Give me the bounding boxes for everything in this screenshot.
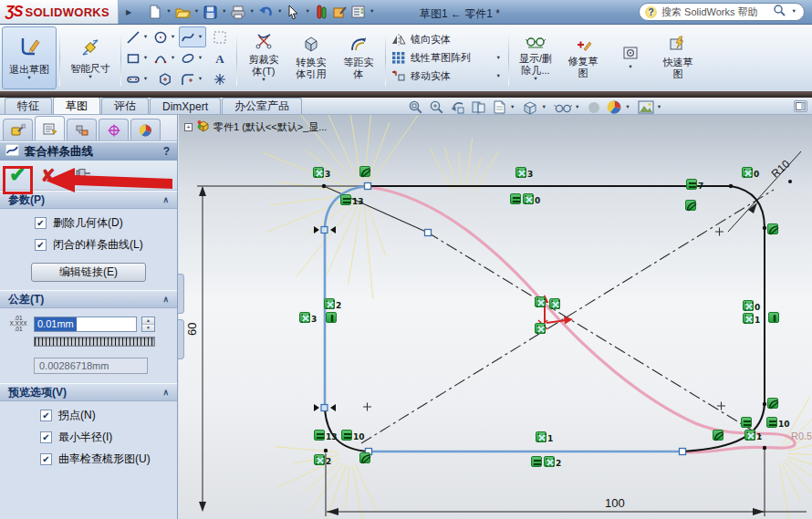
spin-up-icon[interactable]: ▲ [142, 317, 154, 325]
construction-line[interactable] [324, 186, 428, 233]
scene-icon[interactable]: ▼ [638, 100, 663, 114]
tolerance-section-header[interactable]: 公差(T) ∧ [0, 290, 177, 308]
selection-filter-icon[interactable] [313, 4, 330, 21]
panel-splitter-tab[interactable] [178, 274, 184, 314]
tolerance-input[interactable]: 0.01mm [34, 317, 137, 332]
options-dropdown-icon[interactable]: ▼ [370, 9, 374, 15]
trim-dropdown-icon[interactable]: ▼ [261, 78, 265, 83]
help-search-box[interactable]: ? 搜索 SolidWorks 帮助 ▼ [639, 3, 805, 21]
delete-geometry-checkbox-row[interactable]: ✔ 删除几何体(D) [35, 215, 177, 231]
spline-dropdown-icon[interactable]: ▼ [198, 35, 203, 40]
fillet-dropdown-icon[interactable]: ▼ [198, 77, 203, 82]
trim-entities-button[interactable]: 剪裁实体(T) ▼ [240, 26, 287, 89]
feature-tree-root[interactable]: + 零件1 (默认<<默认>_显... [184, 119, 327, 134]
tolerance-value[interactable]: 0.01mm [35, 317, 77, 331]
ellipse-dropdown-icon[interactable]: ▼ [198, 56, 203, 61]
search-icon[interactable] [773, 4, 786, 20]
tab-sketch[interactable]: 草图 [53, 97, 100, 114]
pm-tab-dimxpert[interactable] [99, 119, 129, 140]
pm-tab-feature-tree[interactable] [3, 119, 33, 140]
search-input[interactable]: 搜索 SolidWorks 帮助 [661, 5, 768, 19]
display-style-dropdown-icon[interactable]: ▼ [541, 105, 546, 110]
collapse-chevron-icon[interactable]: ∧ [162, 388, 169, 397]
new-document-icon[interactable] [146, 4, 163, 21]
point-tool[interactable] [206, 68, 234, 89]
preview-options-section-header[interactable]: 预览选项(V) ∧ [0, 383, 177, 401]
linear-pattern-dropdown-icon[interactable]: ▼ [496, 56, 501, 61]
shadow-icon[interactable] [587, 100, 601, 115]
spline-control-points[interactable] [365, 183, 686, 455]
tree-expand-icon[interactable]: + [184, 123, 193, 131]
graphics-area[interactable]: 100 60 R10 R0.5 313307001101121310223 [179, 115, 812, 519]
help-button[interactable]: ? [163, 145, 172, 158]
repair-sketch-button[interactable]: 修复草图 [559, 26, 607, 89]
circle-tool[interactable]: ▼ [151, 26, 179, 47]
select-cursor-icon[interactable] [285, 4, 302, 21]
pm-tab-property-manager[interactable] [35, 116, 65, 140]
circle-dropdown-icon[interactable]: ▼ [171, 35, 175, 40]
view-orientation-dropdown-icon[interactable]: ▼ [510, 105, 515, 110]
quick-snaps-dropdown-icon[interactable]: ▼ [628, 65, 632, 70]
display-delete-relations-button[interactable]: 显示/删除几... ▼ [512, 26, 559, 89]
rapid-sketch-button[interactable]: 快速草图 [654, 26, 702, 89]
construction-diagonals[interactable] [361, 190, 774, 443]
select-dropdown-icon[interactable]: ▼ [305, 9, 309, 15]
curvature-comb-checkbox[interactable]: ✔ [40, 453, 52, 465]
open-folder-icon[interactable] [174, 4, 192, 21]
dim-width-text[interactable]: 100 [605, 496, 625, 510]
closed-spline-checkbox-row[interactable]: ✔ 闭合的样条曲线(L) [35, 237, 177, 253]
tolerance-slider[interactable] [34, 337, 155, 347]
inflection-checkbox[interactable]: ✔ [40, 410, 52, 421]
smart-dimension-dropdown-icon[interactable]: ▼ [88, 75, 92, 80]
min-radius-checkbox-row[interactable]: ✔ 最小半径(I) [40, 430, 177, 445]
spin-down-icon[interactable]: ▼ [142, 325, 154, 331]
curvature-comb-checkbox-row[interactable]: ✔ 曲率检查梳形图(U) [40, 452, 177, 467]
convert-entities-button[interactable]: 转换实体引用 [287, 26, 335, 89]
hide-show-icon[interactable]: ▼ [554, 100, 581, 114]
exit-sketch-button[interactable]: 退出草图 ▼ [2, 26, 57, 89]
undo-dropdown-icon[interactable]: ▼ [277, 9, 282, 15]
collapse-chevron-icon[interactable]: ∧ [162, 295, 169, 304]
feature-tree-root-label[interactable]: 零件1 (默认<<默认>_显... [213, 120, 327, 134]
dim-height-text[interactable]: 60 [185, 323, 199, 336]
rectangle-tool[interactable]: ▼ [124, 47, 151, 68]
linear-pattern-button[interactable]: 线性草图阵列 ▼ [391, 51, 503, 66]
undo-icon[interactable] [257, 4, 275, 21]
display-delete-dropdown-icon[interactable]: ▼ [533, 77, 537, 82]
print-dropdown-icon[interactable]: ▼ [250, 9, 255, 15]
pm-tab-appearances[interactable] [130, 119, 161, 140]
slot-dropdown-icon[interactable]: ▼ [143, 77, 148, 82]
dashed-box-tool[interactable] [206, 26, 234, 47]
appearances-icon[interactable]: ▼ [607, 99, 631, 115]
move-entities-button[interactable]: 移动实体 ▼ [391, 69, 503, 84]
inflection-checkbox-row[interactable]: ✔ 拐点(N) [40, 408, 177, 423]
delete-geometry-checkbox[interactable]: ✔ [35, 217, 47, 229]
fit-spline-curve[interactable] [368, 187, 795, 452]
appearances-dropdown-icon[interactable]: ▼ [625, 105, 630, 110]
rectangle-dropdown-icon[interactable]: ▼ [143, 56, 148, 61]
tab-office-products[interactable]: 办公室产品 [222, 98, 302, 114]
scene-dropdown-icon[interactable]: ▼ [657, 105, 661, 110]
sketch-box-icon[interactable] [331, 4, 349, 21]
tolerance-spinner[interactable]: ▲▼ [141, 317, 155, 332]
line-tool[interactable]: ▼ [124, 26, 151, 47]
arc-dropdown-icon[interactable]: ▼ [171, 56, 175, 61]
panel-splitter-tab[interactable] [178, 319, 184, 359]
line-dropdown-icon[interactable]: ▼ [143, 35, 148, 40]
previous-view-icon[interactable] [450, 99, 465, 115]
dim-radius-text[interactable]: R10 [769, 157, 793, 180]
fillet-tool[interactable]: ▼ [179, 68, 206, 89]
options-list-icon[interactable] [349, 4, 367, 21]
display-style-icon[interactable]: ▼ [522, 99, 547, 115]
quick-snaps-button[interactable]: ▼ [607, 26, 654, 89]
pm-tab-configurations[interactable] [67, 119, 97, 140]
move-entities-dropdown-icon[interactable]: ▼ [496, 74, 501, 79]
zoom-area-icon[interactable] [429, 99, 444, 115]
search-dropdown-icon[interactable]: ▼ [792, 9, 796, 15]
save-dropdown-icon[interactable]: ▼ [222, 9, 226, 15]
text-tool[interactable]: A [206, 47, 234, 68]
polygon-tool[interactable] [151, 68, 179, 89]
section-view-icon[interactable] [471, 99, 486, 115]
spline-tool[interactable]: ▼ [179, 26, 206, 47]
offset-entities-button[interactable]: 等距实体 [335, 26, 382, 89]
